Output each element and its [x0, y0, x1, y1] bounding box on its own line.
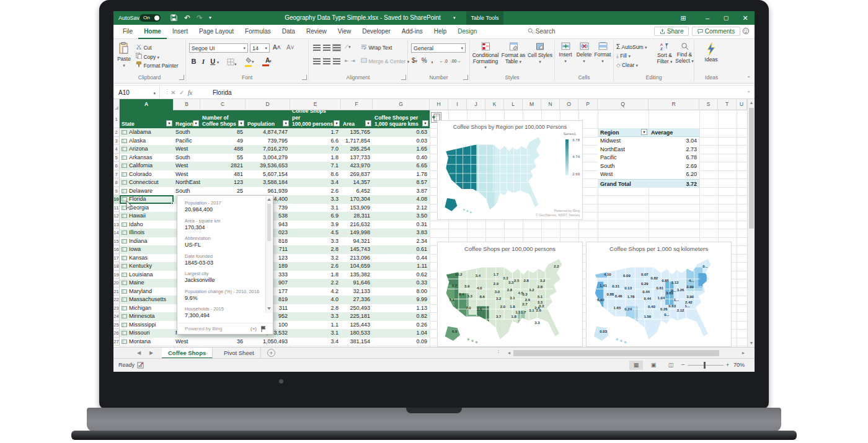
ribbon-tab-developer[interactable]: Developer — [356, 25, 396, 39]
row-header-20[interactable]: 20 — [113, 279, 120, 287]
table-cell[interactable]: Maine — [120, 279, 174, 287]
row-header-19[interactable]: 19 — [113, 271, 120, 279]
ribbon-tab-home[interactable]: Home — [138, 25, 167, 39]
formula-buttons[interactable]: ✕ ✓ fx — [170, 86, 192, 99]
row-header-21[interactable]: 21 — [113, 287, 120, 296]
search-box[interactable]: Search — [528, 25, 555, 39]
table-cell[interactable]: 269,837 — [341, 170, 373, 179]
table-cell[interactable]: 481 — [200, 170, 246, 179]
table-cell[interactable]: 4.5 — [290, 229, 341, 237]
row-header-6[interactable]: 6 — [113, 162, 120, 170]
row-header-3[interactable]: 3 — [113, 137, 120, 146]
orientation-button[interactable]: ⟋▾ — [345, 43, 350, 50]
align-left-button[interactable] — [313, 58, 321, 64]
table-cell[interactable]: Kentucky — [120, 262, 174, 271]
pivot-cell[interactable]: Pacific — [598, 154, 649, 162]
table-cell[interactable]: 213,096 — [341, 254, 373, 263]
table-cell[interactable]: 0.09 — [373, 338, 430, 346]
table-cell[interactable]: 0.62 — [373, 271, 430, 279]
table-cell[interactable]: Iowa — [120, 245, 174, 254]
ribbon-tab-insert[interactable]: Insert — [167, 25, 193, 39]
table-cell[interactable]: 149,998 — [341, 229, 373, 237]
column-header-E[interactable]: E — [290, 99, 341, 110]
vertical-scrollbar[interactable]: ▲ ▼ — [747, 99, 755, 347]
table-cell[interactable]: Massachusetts — [120, 296, 174, 304]
comments-button[interactable]: Comments — [692, 25, 740, 39]
row-header-5[interactable]: 5 — [113, 154, 120, 162]
table-cell[interactable]: 3.4 — [290, 338, 341, 346]
table-cell[interactable]: 6.6 — [290, 137, 341, 146]
table-column-header[interactable]: Coffee Shops per1,000 square kms▾ — [373, 110, 430, 128]
table-cell[interactable]: Montana — [120, 338, 174, 346]
table-cell[interactable]: 3.3 — [290, 195, 341, 204]
pivot-cell[interactable]: 2.69 — [649, 162, 699, 171]
sheet-tab-coffee-shops[interactable]: Coffee Shops — [162, 348, 213, 359]
table-cell[interactable]: 7.1 — [290, 162, 341, 170]
table-cell[interactable]: 3.2 — [290, 254, 341, 263]
font-size-select[interactable]: 14▾ — [250, 43, 270, 53]
table-cell[interactable]: 49 — [200, 137, 246, 146]
insert-function-icon[interactable]: fx — [188, 89, 192, 96]
table-cell[interactable]: 7,016,270 — [246, 145, 290, 154]
table-cell[interactable]: Minnesota — [120, 312, 174, 321]
table-cell[interactable]: 27,336 — [341, 296, 373, 304]
share-button[interactable]: Share — [654, 25, 689, 39]
row-header-18[interactable]: 18 — [113, 262, 120, 271]
table-cell[interactable]: 961,939 — [246, 187, 290, 196]
table-cell[interactable]: Arizona — [120, 145, 174, 154]
column-header-K[interactable]: K — [485, 99, 504, 110]
filter-icon[interactable]: ▾ — [334, 120, 340, 126]
card-scroll-up-icon[interactable] — [267, 198, 271, 201]
pivot-header-region[interactable]: Region▾ — [598, 128, 649, 137]
table-cell[interactable]: Colorado — [120, 170, 174, 179]
chart-area-map[interactable]: Coffee Shops per 1,000 sq kilometers — [586, 242, 732, 347]
indent-buttons[interactable]: ⇤ ⇥ — [345, 58, 355, 64]
table-cell[interactable]: Kansas — [120, 254, 174, 263]
row-header-12[interactable]: 12 — [113, 212, 120, 221]
row-header-13[interactable]: 13 — [113, 221, 120, 229]
table-cell[interactable]: Louisiana — [120, 271, 174, 279]
row-header-25[interactable]: 25 — [113, 321, 120, 330]
filter-icon[interactable]: ▾ — [166, 120, 172, 126]
table-cell[interactable]: 4.2 — [290, 287, 341, 296]
format-painter-button[interactable]: Format Painter — [136, 61, 179, 69]
table-cell[interactable]: 0.63 — [373, 128, 430, 137]
row-header-22[interactable]: 22 — [113, 296, 120, 304]
table-cell[interactable]: 225,181 — [341, 312, 373, 321]
table-cell[interactable]: West — [174, 162, 200, 170]
filter-icon[interactable]: ▾ — [365, 120, 371, 126]
chart-region-map[interactable]: Coffee Shops by Region per 100,000 Perso… — [437, 120, 583, 220]
row-header-24[interactable]: 24 — [113, 312, 120, 321]
table-cell[interactable]: South — [174, 154, 200, 162]
redo-icon[interactable]: ↷ — [197, 11, 203, 25]
column-header-I[interactable]: I — [448, 99, 467, 110]
scroll-down-icon[interactable]: ▼ — [748, 340, 755, 347]
filter-icon[interactable]: ▾ — [422, 120, 428, 126]
percent-button[interactable]: % — [422, 57, 427, 64]
column-header-R[interactable]: R — [649, 99, 699, 110]
table-cell[interactable]: 125,443 — [341, 321, 373, 330]
table-cell[interactable]: 1.65 — [373, 145, 430, 154]
geography-data-card[interactable]: Population - 201720,984,400Area - square… — [177, 195, 273, 335]
table-cell[interactable]: 1.11 — [373, 262, 430, 271]
number-format-select[interactable]: General▾ — [411, 43, 466, 53]
pivot-cell[interactable]: West — [598, 170, 649, 179]
delete-cells-button[interactable]: Delete▾ — [575, 42, 593, 64]
table-cell[interactable]: 0.40 — [373, 154, 430, 162]
borders-button[interactable]: ▾ — [227, 58, 237, 67]
ribbon-tab-data[interactable]: Data — [277, 25, 301, 39]
table-cell[interactable]: 170,304 — [341, 195, 373, 204]
chart-persons-map[interactable]: Coffee Shops per 100,000 persons — [437, 242, 583, 347]
table-cell[interactable]: 9.99 — [373, 296, 430, 304]
column-header-H[interactable]: H — [430, 99, 448, 110]
column-header-F[interactable]: F — [341, 99, 373, 110]
filter-icon[interactable]: ▾ — [283, 120, 289, 126]
row-header-17[interactable]: 17 — [113, 254, 120, 263]
fill-button[interactable]: ⤓ Fill ▾ — [616, 53, 631, 59]
table-cell[interactable]: 1.13 — [373, 304, 430, 313]
table-cell[interactable]: 153,909 — [341, 204, 373, 213]
table-cell[interactable]: 3,004,279 — [246, 154, 290, 162]
table-cell[interactable]: 0.33 — [373, 279, 430, 287]
table-cell[interactable]: 1.1 — [290, 321, 341, 330]
table-cell[interactable]: 3.3 — [290, 312, 341, 321]
